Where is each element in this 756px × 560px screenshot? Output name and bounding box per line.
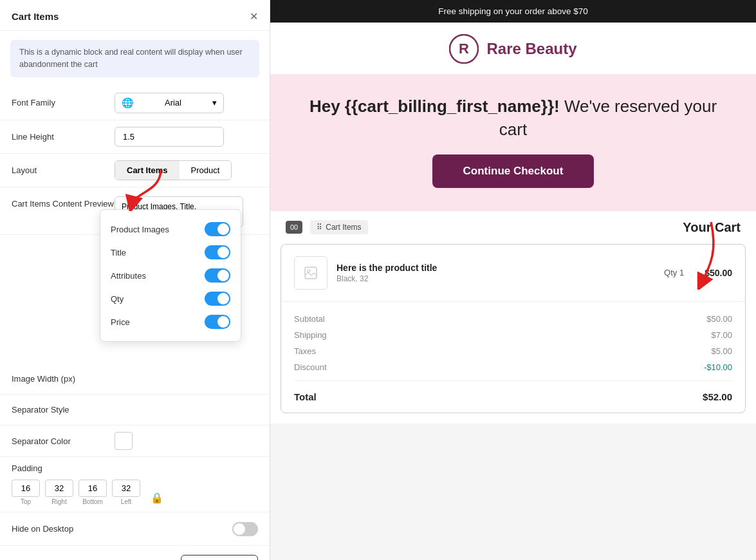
hide-desktop-toggle[interactable]: [232, 522, 258, 536]
font-family-row: Font Family 🌐 Arial ▾: [0, 86, 270, 120]
right-panel: Free shipping on your order above $70 R …: [270, 0, 756, 560]
shipping-value: $7.00: [711, 330, 732, 340]
layout-cart-items-btn[interactable]: Cart Items: [115, 161, 180, 180]
cart-items-badge-label: Cart Items: [326, 223, 361, 232]
info-box: This is a dynamic block and real content…: [10, 40, 259, 77]
padding-left-input[interactable]: [112, 480, 140, 497]
block-handle: 00: [286, 221, 302, 234]
chevron-down-icon: ▾: [212, 98, 217, 107]
close-icon[interactable]: ✕: [250, 10, 258, 23]
total-value: $52.00: [703, 391, 732, 402]
top-banner: Free shipping on your order above $70: [270, 0, 756, 23]
line-height-control: [115, 127, 258, 147]
toggle-row-qty: Qty: [111, 287, 230, 310]
separator-color-row: Separator Color: [0, 425, 270, 457]
summary-taxes: Taxes $5.00: [294, 343, 732, 359]
cart-content: Here is the product title Black, 32 Qty …: [281, 244, 746, 413]
hero-title-name: Hey {{cart_billing_first_name}}!: [309, 97, 560, 116]
toggle-qty[interactable]: [205, 292, 230, 306]
brand-header: R Rare Beauty: [270, 23, 756, 74]
total-label: Total: [294, 391, 317, 402]
product-qty: Qty 1: [664, 268, 684, 277]
product-info: Here is the product title Black, 32: [337, 263, 655, 283]
summary-divider: [294, 380, 732, 381]
line-height-label: Line Height: [12, 132, 115, 142]
taxes-label: Taxes: [294, 346, 316, 356]
summary-subtotal: Subtotal $50.00: [294, 311, 732, 327]
hero-section: Hey {{cart_billing_first_name}}! We've r…: [270, 74, 756, 211]
hide-desktop-row: Hide on Desktop: [0, 512, 270, 546]
cart-items-badge: ⠿ Cart Items: [310, 220, 367, 234]
toggle-label-attributes: Attributes: [111, 271, 146, 281]
subtotal-value: $50.00: [706, 314, 732, 324]
svg-rect-3: [305, 267, 317, 279]
font-family-select[interactable]: 🌐 Arial ▾: [115, 93, 224, 113]
product-title: Here is the product title: [337, 263, 655, 273]
lock-icon: 🔒: [151, 492, 163, 504]
toggle-dropdown: Product Images Title Attributes Qty Pric…: [100, 209, 241, 342]
panel-title: Cart Items: [12, 11, 59, 22]
layout-control: Cart Items Product: [115, 160, 258, 180]
toggle-row-title: Title: [111, 241, 230, 264]
globe-icon: 🌐: [122, 97, 134, 109]
padding-inputs: Top Right Bottom Left 🔒: [12, 480, 163, 505]
taxes-value: $5.00: [711, 346, 732, 356]
hero-title-line1: Hey {{cart_billing_first_name}}! We've r…: [309, 97, 717, 139]
padding-bottom-input[interactable]: [78, 480, 107, 497]
product-price: $50.00: [705, 268, 732, 278]
font-family-value: Arial: [165, 98, 181, 107]
toggle-label-product-images: Product Images: [111, 225, 169, 234]
image-width-label: Image Width (px): [12, 374, 115, 384]
layout-toggle: Cart Items Product: [115, 160, 232, 180]
svg-point-4: [308, 270, 310, 272]
separator-style-row: Separator Style: [0, 395, 270, 425]
toggle-row-attributes: Attributes: [111, 264, 230, 287]
cart-section: 00 ⠿ Cart Items Your Cart Here is: [270, 211, 756, 424]
drag-icon: ⠿: [317, 223, 322, 232]
svg-text:R: R: [459, 41, 470, 57]
font-family-label: Font Family: [12, 98, 115, 107]
separator-color-swatch[interactable]: [115, 432, 133, 450]
padding-right-label: Right: [51, 498, 66, 505]
toggle-label-price: Price: [111, 317, 130, 327]
padding-right-group: Right: [45, 480, 73, 505]
hide-desktop-label: Hide on Desktop: [12, 524, 115, 534]
padding-left-group: Left: [112, 480, 140, 505]
padding-top-input[interactable]: [12, 480, 40, 497]
padding-bottom-label: Bottom: [82, 498, 103, 505]
your-cart-title: Your Cart: [376, 220, 741, 235]
toggle-price[interactable]: [205, 315, 230, 329]
summary-shipping: Shipping $7.00: [294, 327, 732, 343]
padding-row: Padding Top Right Bottom Left 🔒: [0, 457, 270, 512]
cart-product-row: Here is the product title Black, 32 Qty …: [281, 245, 745, 302]
layout-label: Layout: [12, 165, 115, 175]
toggle-title[interactable]: [205, 245, 230, 259]
panel-header: Cart Items ✕: [0, 0, 270, 31]
display-condition-row: Display Condition Add Condition: [0, 546, 270, 560]
image-placeholder-icon: [304, 266, 318, 280]
brand-name: Rare Beauty: [486, 40, 576, 58]
subtotal-label: Subtotal: [294, 314, 325, 324]
padding-right-input[interactable]: [45, 480, 73, 497]
layout-product-btn[interactable]: Product: [180, 161, 232, 180]
layout-row: Layout Cart Items Product: [0, 154, 270, 187]
add-condition-button[interactable]: Add Condition: [181, 555, 258, 560]
toggle-attributes[interactable]: [205, 268, 230, 283]
separator-color-control: [115, 432, 258, 450]
cart-section-header: 00 ⠿ Cart Items Your Cart: [270, 211, 756, 244]
padding-left-label: Left: [121, 498, 132, 505]
padding-top-group: Top: [12, 480, 40, 505]
discount-value: -$10.00: [704, 362, 732, 372]
product-image: [294, 256, 327, 290]
continue-checkout-button[interactable]: Continue Checkout: [432, 154, 595, 188]
toggle-row-product-images: Product Images: [111, 218, 230, 241]
toggle-row-price: Price: [111, 310, 230, 333]
separator-color-label: Separator Color: [12, 436, 115, 446]
padding-label: Padding: [12, 463, 115, 473]
line-height-row: Line Height: [0, 120, 270, 154]
padding-top-label: Top: [21, 498, 31, 505]
line-height-input[interactable]: [115, 127, 224, 147]
toggle-label-qty: Qty: [111, 294, 124, 304]
product-variant: Black, 32: [337, 274, 655, 283]
toggle-product-images[interactable]: [205, 222, 230, 236]
